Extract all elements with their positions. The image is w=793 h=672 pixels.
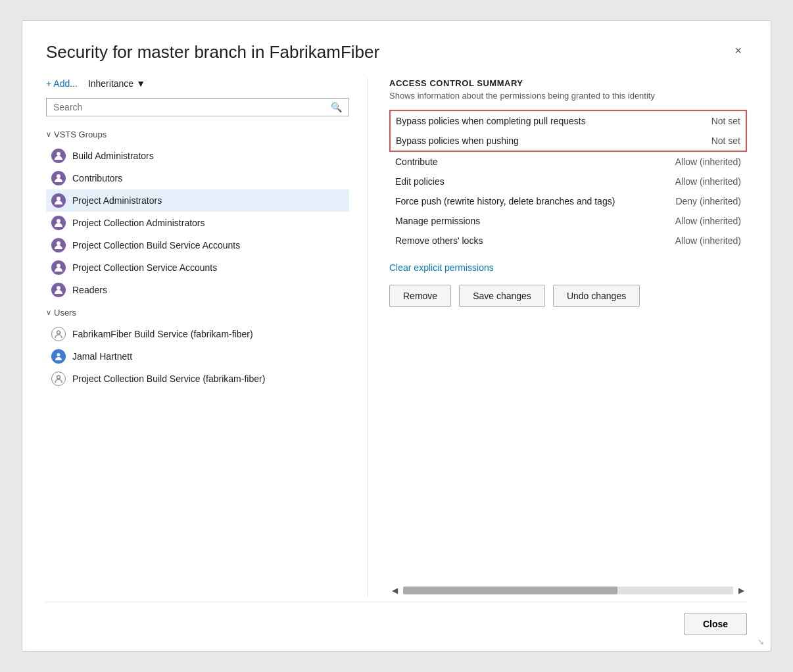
permission-name: Force push (rewrite history, delete bran… bbox=[390, 191, 658, 211]
group-item[interactable]: Contributors bbox=[46, 167, 349, 189]
group-item[interactable]: Build Administrators bbox=[46, 145, 349, 167]
user-avatar-icon bbox=[51, 327, 66, 341]
permission-row[interactable]: ContributeAllow (inherited) bbox=[390, 151, 746, 172]
search-icon: 🔍 bbox=[331, 102, 342, 112]
group-avatar-icon bbox=[51, 149, 66, 163]
group-item[interactable]: Project Collection Service Accounts bbox=[46, 256, 349, 279]
permission-row[interactable]: Manage permissionsAllow (inherited) bbox=[390, 211, 746, 231]
permission-value: Allow (inherited) bbox=[658, 172, 746, 191]
spacer bbox=[389, 323, 747, 579]
user-item[interactable]: Project Collection Build Service (fabrik… bbox=[46, 368, 349, 390]
scroll-left-icon[interactable]: ◀ bbox=[389, 585, 400, 596]
inheritance-label: Inheritance bbox=[88, 78, 133, 89]
permission-value: Not set bbox=[658, 131, 746, 151]
svg-point-7 bbox=[57, 331, 60, 334]
right-panel: ACCESS CONTROL SUMMARY Shows information… bbox=[368, 78, 747, 596]
svg-point-3 bbox=[57, 219, 60, 223]
permission-value: Not set bbox=[658, 110, 746, 131]
permission-name: Bypass policies when pushing bbox=[390, 131, 658, 151]
undo-changes-button[interactable]: Undo changes bbox=[553, 285, 640, 307]
group-avatar-icon bbox=[51, 238, 66, 252]
users-chevron-icon: ∨ bbox=[46, 308, 51, 317]
add-button[interactable]: + Add... bbox=[46, 78, 78, 89]
permission-row[interactable]: Edit policiesAllow (inherited) bbox=[390, 172, 746, 191]
inheritance-chevron-icon: ▼ bbox=[136, 78, 145, 89]
permission-value: Allow (inherited) bbox=[658, 151, 746, 172]
left-panel: + Add... Inheritance ▼ 🔍 ∨ VSTS Groups B… bbox=[46, 78, 368, 596]
permission-name: Manage permissions bbox=[390, 211, 658, 231]
svg-point-6 bbox=[57, 286, 60, 290]
users-section-label: Users bbox=[54, 308, 76, 318]
permission-row[interactable]: Bypass policies when pushingNot set bbox=[390, 131, 746, 151]
permission-value: Deny (inherited) bbox=[658, 191, 746, 211]
acs-subtitle: Shows information about the permissions … bbox=[389, 91, 747, 101]
permission-row[interactable]: Bypass policies when completing pull req… bbox=[390, 110, 746, 131]
group-avatar-icon bbox=[51, 260, 66, 275]
permission-row[interactable]: Force push (rewrite history, delete bran… bbox=[390, 191, 746, 211]
dialog-close-button[interactable]: × bbox=[729, 42, 747, 59]
svg-point-2 bbox=[57, 197, 60, 201]
group-item-label: Readers bbox=[72, 285, 107, 295]
group-item-label: Project Collection Build Service Account… bbox=[72, 240, 240, 251]
user-avatar-icon bbox=[51, 349, 66, 364]
toolbar: + Add... Inheritance ▼ bbox=[46, 78, 349, 89]
group-item-label: Build Administrators bbox=[72, 151, 154, 161]
permission-name: Bypass policies when completing pull req… bbox=[390, 110, 658, 131]
user-item-label: FabrikamFiber Build Service (fabrikam-fi… bbox=[72, 329, 253, 339]
acs-title: ACCESS CONTROL SUMMARY bbox=[389, 78, 747, 88]
dialog-footer: Close bbox=[46, 602, 747, 635]
permission-value: Allow (inherited) bbox=[658, 231, 746, 251]
clear-explicit-permissions-link[interactable]: Clear explicit permissions bbox=[389, 262, 747, 273]
close-footer-button[interactable]: Close bbox=[684, 613, 747, 635]
user-item[interactable]: FabrikamFiber Build Service (fabrikam-fi… bbox=[46, 323, 349, 345]
dialog-header: Security for master branch in FabrikamFi… bbox=[46, 42, 747, 62]
user-item[interactable]: Jamal Hartnett bbox=[46, 345, 349, 368]
group-item-label: Project Administrators bbox=[72, 195, 162, 206]
user-avatar-icon bbox=[51, 372, 66, 386]
permission-row[interactable]: Remove others' locksAllow (inherited) bbox=[390, 231, 746, 251]
users-label[interactable]: ∨ Users bbox=[46, 308, 349, 318]
user-item-label: Jamal Hartnett bbox=[72, 351, 132, 362]
group-avatar-icon bbox=[51, 216, 66, 230]
dialog-title: Security for master branch in FabrikamFi… bbox=[46, 42, 379, 62]
inheritance-button[interactable]: Inheritance ▼ bbox=[88, 78, 145, 89]
groups-chevron-icon: ∨ bbox=[46, 130, 51, 139]
remove-button[interactable]: Remove bbox=[389, 285, 451, 307]
group-item-label: Contributors bbox=[72, 173, 122, 183]
group-avatar-icon bbox=[51, 171, 66, 185]
permissions-table: Bypass policies when completing pull req… bbox=[389, 110, 747, 251]
svg-point-0 bbox=[57, 152, 60, 156]
scroll-track[interactable] bbox=[403, 587, 733, 594]
permission-name: Contribute bbox=[390, 151, 658, 172]
action-buttons: Remove Save changes Undo changes bbox=[389, 285, 747, 307]
group-avatar-icon bbox=[51, 283, 66, 297]
vsts-groups-label[interactable]: ∨ VSTS Groups bbox=[46, 130, 349, 139]
resize-handle-icon[interactable]: ↘ bbox=[757, 638, 767, 647]
search-box[interactable]: 🔍 bbox=[46, 98, 349, 116]
users-list: FabrikamFiber Build Service (fabrikam-fi… bbox=[46, 323, 349, 390]
permission-name: Edit policies bbox=[390, 172, 658, 191]
group-item-label: Project Collection Service Accounts bbox=[72, 262, 217, 273]
group-item-label: Project Collection Administrators bbox=[72, 218, 205, 228]
group-item[interactable]: Project Administrators bbox=[46, 189, 349, 212]
save-changes-button[interactable]: Save changes bbox=[459, 285, 545, 307]
search-input[interactable] bbox=[53, 102, 331, 112]
scroll-thumb bbox=[403, 587, 617, 594]
groups-list: Build AdministratorsContributorsProject … bbox=[46, 145, 349, 301]
horizontal-scrollbar: ◀ ▶ bbox=[389, 579, 747, 596]
svg-point-5 bbox=[57, 264, 60, 268]
groups-section-label: VSTS Groups bbox=[54, 130, 107, 139]
permission-name: Remove others' locks bbox=[390, 231, 658, 251]
svg-point-9 bbox=[57, 375, 60, 379]
svg-point-4 bbox=[57, 241, 60, 245]
permission-value: Allow (inherited) bbox=[658, 211, 746, 231]
group-item[interactable]: Project Collection Administrators bbox=[46, 212, 349, 234]
scroll-right-icon[interactable]: ▶ bbox=[736, 585, 747, 596]
dialog-body: + Add... Inheritance ▼ 🔍 ∨ VSTS Groups B… bbox=[46, 78, 747, 596]
user-item-label: Project Collection Build Service (fabrik… bbox=[72, 373, 265, 384]
group-avatar-icon bbox=[51, 193, 66, 208]
svg-point-1 bbox=[57, 174, 60, 178]
group-item[interactable]: Project Collection Build Service Account… bbox=[46, 234, 349, 256]
group-item[interactable]: Readers bbox=[46, 279, 349, 301]
svg-point-8 bbox=[57, 353, 60, 356]
